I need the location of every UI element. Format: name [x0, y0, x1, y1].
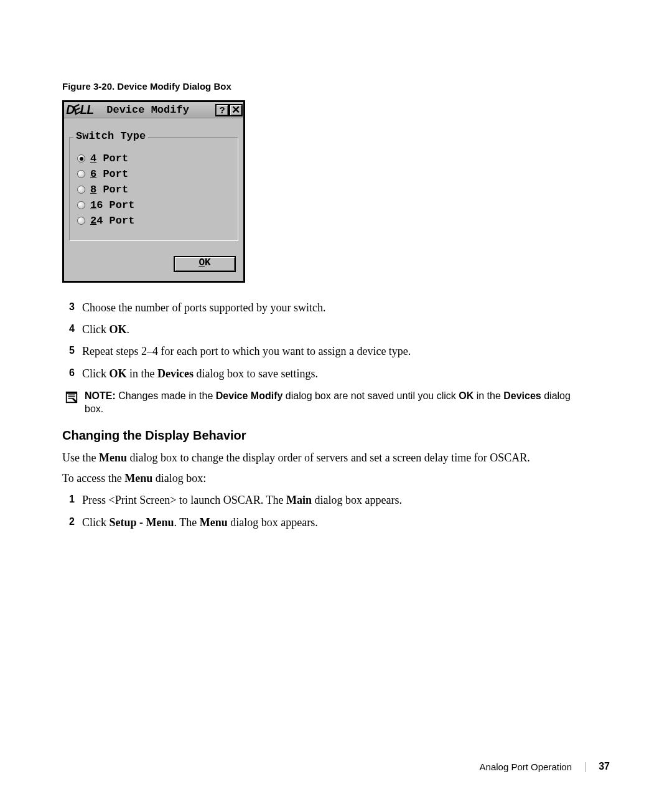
step-4: 4 Click OK.: [62, 322, 610, 337]
step-5: 5 Repeat steps 2–4 for each port to whic…: [62, 344, 610, 359]
step-text: Click Setup - Menu. The Menu dialog box …: [82, 515, 610, 531]
close-button[interactable]: ✕: [229, 104, 243, 116]
step-2: 2 Click Setup - Menu. The Menu dialog bo…: [62, 515, 610, 531]
step-text: Click OK.: [82, 322, 610, 337]
radio-icon: [77, 170, 85, 178]
step-number: 2: [62, 515, 82, 531]
step-list-b: 1 Press <Print Screen> to launch OSCAR. …: [62, 493, 610, 530]
radio-icon: [77, 154, 85, 163]
note-icon: [65, 390, 78, 404]
step-text: Choose the number of ports supported by …: [82, 300, 610, 316]
step-number: 6: [62, 366, 82, 382]
step-number: 1: [62, 493, 82, 508]
step-number: 3: [62, 300, 82, 316]
radio-8-port[interactable]: 8 Port: [77, 184, 230, 196]
step-text: Click OK in the Devices dialog box to sa…: [82, 366, 610, 382]
dialog-titlebar: DELL Device Modify ? ✕: [64, 102, 243, 118]
titlebar-buttons: ? ✕: [215, 104, 243, 116]
step-1: 1 Press <Print Screen> to launch OSCAR. …: [62, 493, 610, 508]
step-number: 4: [62, 322, 82, 337]
radio-16-port[interactable]: 16 Port: [77, 199, 230, 211]
radio-label: 24 Port: [90, 215, 134, 227]
dell-logo: DELL: [66, 103, 93, 117]
switch-type-fieldset: Switch Type 4 Port 6 Port 8 Port 16 Port…: [69, 137, 238, 241]
note: NOTE: Changes made in the Device Modify …: [65, 389, 610, 416]
step-text: Press <Print Screen> to launch OSCAR. Th…: [82, 493, 610, 508]
step-number: 5: [62, 344, 82, 359]
footer-section-name: Analog Port Operation: [480, 762, 572, 772]
fieldset-legend: Switch Type: [73, 130, 148, 142]
radio-icon: [77, 217, 85, 225]
body-paragraph-1: Use the Menu dialog box to change the di…: [62, 450, 610, 466]
radio-4-port[interactable]: 4 Port: [77, 153, 230, 164]
footer-divider: |: [584, 761, 586, 772]
step-list-a: 3 Choose the number of ports supported b…: [62, 300, 610, 382]
radio-label: 4 Port: [90, 153, 128, 164]
radio-24-port[interactable]: 24 Port: [77, 215, 230, 227]
step-text: Repeat steps 2–4 for each port to which …: [82, 344, 610, 359]
radio-icon: [77, 186, 85, 194]
step-3: 3 Choose the number of ports supported b…: [62, 300, 610, 316]
page-footer: Analog Port Operation | 37: [480, 761, 610, 772]
note-text: NOTE: Changes made in the Device Modify …: [85, 389, 610, 416]
radio-label: 16 Port: [90, 199, 134, 211]
ok-button[interactable]: OK: [174, 256, 236, 272]
dialog-title: Device Modify: [106, 104, 215, 116]
help-button[interactable]: ?: [215, 104, 229, 116]
footer-page-number: 37: [599, 761, 610, 772]
dialog-footer: OK: [69, 256, 238, 275]
section-heading: Changing the Display Behavior: [62, 428, 610, 443]
radio-6-port[interactable]: 6 Port: [77, 168, 230, 180]
body-paragraph-2: To access the Menu dialog box:: [62, 471, 610, 486]
radio-label: 8 Port: [90, 184, 128, 196]
dialog-body: Switch Type 4 Port 6 Port 8 Port 16 Port…: [64, 118, 243, 281]
figure-caption: Figure 3-20. Device Modify Dialog Box: [62, 81, 610, 92]
step-6: 6 Click OK in the Devices dialog box to …: [62, 366, 610, 382]
device-modify-dialog: DELL Device Modify ? ✕ Switch Type 4 Por…: [62, 100, 245, 283]
radio-label: 6 Port: [90, 168, 128, 180]
radio-icon: [77, 201, 85, 209]
